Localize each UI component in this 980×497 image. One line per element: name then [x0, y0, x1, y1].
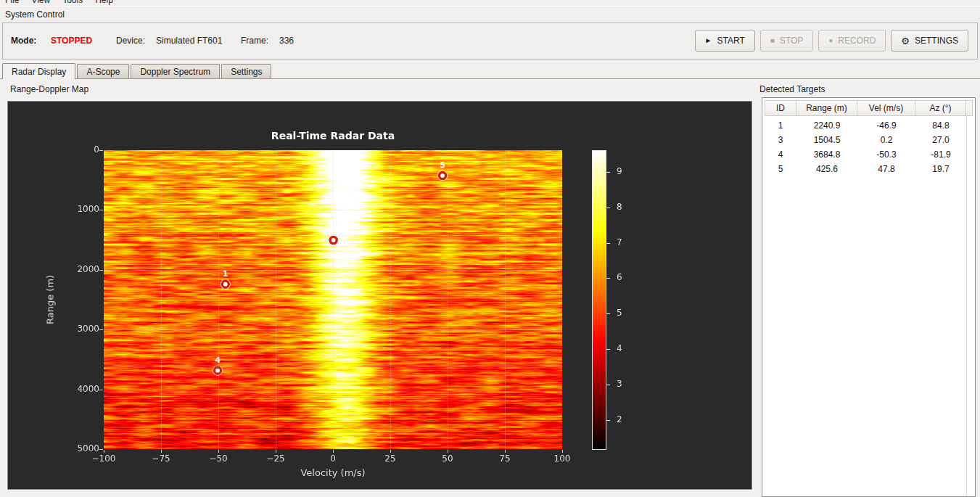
target-cell: 3684.8 [796, 149, 857, 160]
record-icon: ● [828, 37, 833, 44]
radar-app-window: { "menu": { "items": ["File", "View", "T… [0, 0, 980, 497]
range-doppler-map-title: Range-Doppler Map [10, 84, 88, 94]
y-tick-label: 3000 [57, 324, 99, 334]
colorbar-tick-label: 3 [617, 379, 622, 389]
target-cell: 5 [765, 164, 796, 174]
target-row[interactable]: 5425.647.819.7 [765, 162, 973, 176]
column-header-3[interactable]: Az (°) [915, 100, 966, 116]
tab-radar-display[interactable]: Radar Display [2, 63, 75, 79]
target-cell: 2240.9 [796, 120, 857, 131]
x-tick-label: −25 [252, 453, 299, 464]
mode-label: Mode: [11, 36, 36, 46]
target-cell: 0.2 [857, 135, 915, 145]
x-tick-label: −100 [81, 453, 127, 464]
tab-doppler-spectrum[interactable]: Doppler Spectrum [131, 64, 220, 78]
target-cell: 1504.5 [796, 135, 857, 145]
start-button[interactable]: ► START [695, 30, 755, 52]
gear-icon: ⚙ [901, 36, 910, 46]
target-cell: 3 [765, 135, 796, 145]
target-cell: 27.0 [915, 135, 966, 145]
colorbar-tick-label: 7 [617, 237, 622, 247]
column-header-0[interactable]: ID [765, 100, 796, 116]
x-tick-label: 75 [482, 453, 528, 464]
mode-value: STOPPED [51, 36, 92, 46]
targets-table-header: IDRange (m)Vel (m/s)Az (°) [765, 100, 973, 116]
target-cell: 425.6 [796, 164, 857, 174]
colorbar-tick-label: 2 [617, 414, 622, 424]
x-tick-label: 25 [367, 453, 413, 464]
menu-item-file[interactable]: File [5, 0, 19, 5]
range-doppler-plot-panel: Real-Time Radar Data Velocity (m/s) Rang… [7, 101, 752, 490]
y-tick-label: 5000 [57, 443, 99, 453]
colorbar-tick-label: 5 [617, 308, 622, 318]
target-cell: -81.9 [915, 149, 966, 160]
target-row[interactable]: 43684.8-50.3-81.9 [765, 147, 973, 162]
colorbar-tick-label: 9 [617, 166, 622, 176]
record-button[interactable]: ● RECORD [818, 30, 886, 52]
play-icon: ► [705, 37, 712, 44]
device-label: Device: [116, 36, 145, 46]
detected-targets-title: Detected Targets [759, 84, 825, 94]
menu-bar: File View Tools Help [0, 0, 980, 7]
record-button-label: RECORD [838, 36, 876, 46]
x-tick-label: 100 [539, 453, 585, 464]
range-doppler-heatmap [8, 102, 752, 489]
target-row[interactable]: 12240.9-46.984.8 [765, 118, 973, 133]
y-axis-label: Range (m) [45, 275, 56, 324]
colorbar-tick-label: 4 [617, 343, 622, 353]
target-cell: 19.7 [915, 164, 966, 174]
y-tick-label: 4000 [57, 384, 99, 394]
x-axis-label: Velocity (m/s) [104, 467, 562, 478]
menu-item-view[interactable]: View [31, 0, 50, 5]
start-button-label: START [717, 36, 745, 46]
frame-value: 336 [279, 36, 294, 46]
y-tick-label: 1000 [57, 204, 99, 214]
stop-icon: ■ [770, 37, 775, 44]
target-cell: -46.9 [857, 120, 915, 131]
settings-button-label: SETTINGS [915, 36, 958, 46]
system-control-group: Mode: STOPPED Device: Simulated FT601 Fr… [2, 22, 978, 59]
main-tab-bar: Radar Display A-Scope Doppler Spectrum S… [2, 62, 273, 78]
frame-label: Frame: [241, 36, 268, 46]
target-cell: -50.3 [857, 149, 915, 160]
colorbar-tick-label: 8 [617, 202, 622, 212]
target-cell: 47.8 [857, 164, 915, 174]
menu-item-help[interactable]: Help [95, 0, 113, 5]
stop-button[interactable]: ■ STOP [760, 30, 814, 52]
stop-button-label: STOP [780, 36, 803, 46]
column-header-1[interactable]: Range (m) [796, 100, 857, 116]
y-tick-label: 0 [57, 144, 99, 155]
targets-table-body: 12240.9-46.984.831504.50.227.043684.8-50… [765, 116, 973, 176]
menu-item-tools[interactable]: Tools [62, 0, 83, 5]
target-row[interactable]: 31504.50.227.0 [765, 133, 973, 147]
settings-button[interactable]: ⚙ SETTINGS [891, 30, 968, 52]
detected-targets-table: IDRange (m)Vel (m/s)Az (°) 12240.9-46.98… [765, 100, 973, 494]
target-cell: 4 [765, 149, 796, 160]
tab-settings[interactable]: Settings [221, 64, 271, 78]
column-header-2[interactable]: Vel (m/s) [857, 100, 915, 116]
x-tick-label: −75 [138, 453, 184, 464]
column-header-filler [966, 100, 973, 116]
tab-a-scope[interactable]: A-Scope [77, 64, 129, 78]
x-tick-label: 50 [424, 453, 471, 464]
x-tick-label: 0 [310, 453, 356, 464]
radar-display-pane: Range-Doppler Map Detected Targets Real-… [0, 78, 980, 497]
y-tick-label: 2000 [57, 264, 99, 274]
table-scroll-gutter [966, 114, 967, 496]
x-tick-label: −50 [195, 453, 242, 464]
detected-targets-panel: IDRange (m)Vel (m/s)Az (°) 12240.9-46.98… [762, 97, 976, 497]
chart-title: Real-Time Radar Data [104, 130, 562, 141]
control-button-row: ► START ■ STOP ● RECORD ⚙ SETTINGS [695, 30, 968, 52]
system-control-title: System Control [5, 9, 65, 20]
device-value: Simulated FT601 [156, 36, 222, 46]
colorbar-tick-label: 6 [617, 272, 622, 282]
target-cell: 1 [765, 120, 796, 131]
target-cell: 84.8 [915, 120, 966, 131]
